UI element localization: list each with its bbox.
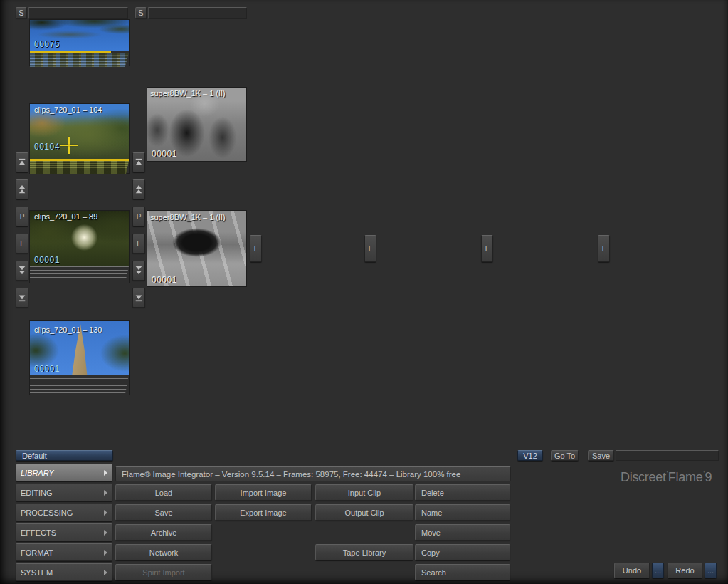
redo-button-label: Redo <box>675 566 694 575</box>
submenu-arrow-icon <box>104 570 107 575</box>
redo-options-button[interactable]: ... <box>705 563 717 578</box>
submenu-arrow-icon <box>104 530 107 536</box>
export-image-button-label: Export Image <box>240 509 286 517</box>
search-button[interactable]: Search <box>415 564 510 580</box>
source-button-1-label: S <box>19 9 23 17</box>
reel-l-button-3[interactable]: L <box>481 235 493 262</box>
page-up-icon <box>18 185 26 194</box>
logo-mark-icon: ' <box>703 470 704 476</box>
undo-button-label: Undo <box>623 566 641 575</box>
undo-button[interactable]: Undo <box>614 563 650 578</box>
network-button[interactable]: Network <box>115 544 212 560</box>
page-up-button-2[interactable] <box>132 179 145 199</box>
menu-item-format[interactable]: FORMAT <box>16 543 112 561</box>
save-library-button[interactable]: Save <box>115 504 212 521</box>
move-button[interactable]: Move <box>415 524 510 541</box>
menu-item-library-label: LIBRARY <box>21 469 54 477</box>
input-clip-button[interactable]: Input Clip <box>315 484 413 501</box>
reel-l-button-2[interactable]: L <box>364 235 376 262</box>
import-image-button[interactable]: Import Image <box>215 484 312 501</box>
copy-button[interactable]: Copy <box>415 544 510 560</box>
clip-6-frame-counter: 00001 <box>34 364 60 374</box>
delete-button[interactable]: Delete <box>415 484 510 501</box>
preset-dropdown-value: Default <box>22 452 47 460</box>
reel-l-button-4[interactable]: L <box>598 235 610 262</box>
clip-name-field-1[interactable] <box>28 7 128 19</box>
page-up-button-1[interactable] <box>16 179 28 199</box>
menu-item-processing-label: PROCESSING <box>21 509 73 517</box>
name-button-label: Name <box>421 509 442 517</box>
menu-item-format-label: FORMAT <box>21 548 53 557</box>
reel-l-button-2-label: L <box>369 245 373 253</box>
proxy-button-1-label: P <box>20 213 25 221</box>
goto-button-label: Go To <box>554 452 575 460</box>
archive-button[interactable]: Archive <box>115 524 212 541</box>
page-down-icon <box>134 266 143 275</box>
clip-thumbnail-5[interactable]: super8BW_1K – 1 (II) 00001 <box>147 210 247 287</box>
menu-item-editing[interactable]: EDITING <box>16 484 112 501</box>
preset-dropdown[interactable]: Default <box>16 450 113 461</box>
menu-item-editing-label: EDITING <box>21 489 53 497</box>
redo-options-label: ... <box>707 566 714 575</box>
output-clip-button[interactable]: Output Clip <box>315 504 413 521</box>
menu-item-library[interactable]: LIBRARY <box>16 464 112 481</box>
version-button[interactable]: V12 <box>517 450 543 461</box>
reel-l-button-3-label: L <box>485 245 490 253</box>
menu-item-processing[interactable]: PROCESSING <box>16 504 112 521</box>
delete-button-label: Delete <box>421 489 444 497</box>
page-down-icon <box>18 266 26 275</box>
save-setup-button[interactable]: Save <box>588 450 614 461</box>
reel-l-button-1[interactable]: L <box>250 235 262 262</box>
save-name-field[interactable] <box>616 450 719 461</box>
source-button-2[interactable]: S <box>135 7 147 19</box>
library-rail-button-2[interactable]: L <box>132 234 145 254</box>
source-button-1[interactable]: S <box>16 7 27 19</box>
redo-button[interactable]: Redo <box>668 563 702 578</box>
clip-3-frame-counter: 00001 <box>152 149 177 159</box>
undo-options-button[interactable]: ... <box>652 563 664 578</box>
page-down-button-1[interactable] <box>16 261 28 281</box>
scroll-to-top-button-1[interactable] <box>16 152 28 172</box>
scroll-to-top-button-2[interactable] <box>132 152 145 172</box>
page-down-button-2[interactable] <box>132 261 145 281</box>
submenu-arrow-icon <box>104 550 107 556</box>
source-button-2-label: S <box>138 9 143 17</box>
load-button[interactable]: Load <box>115 484 212 501</box>
name-button[interactable]: Name <box>415 504 510 521</box>
save-setup-button-label: Save <box>592 452 610 460</box>
clip-thumbnail-3[interactable]: super8BW_1K – 1 (II) 00001 <box>147 87 247 162</box>
logo-version: 9 <box>705 470 712 484</box>
scroll-to-top-icon <box>134 158 143 167</box>
goto-button[interactable]: Go To <box>551 450 579 461</box>
submenu-arrow-icon <box>104 510 107 516</box>
clip-thumbnail-2[interactable]: clips_720_01 – 104 00104 <box>29 103 130 174</box>
scroll-to-bottom-icon <box>134 293 143 302</box>
clip-1-frame-counter: 00075 <box>34 39 60 49</box>
reel-l-button-1-label: L <box>254 245 258 253</box>
clip-thumbnail-1[interactable]: 00075 <box>29 19 130 66</box>
library-rail-button-1[interactable]: L <box>16 234 28 254</box>
scroll-to-bottom-button-1[interactable] <box>16 288 28 308</box>
clip-4-frame-counter: 00001 <box>34 255 60 265</box>
proxy-button-2[interactable]: P <box>132 207 145 226</box>
clip-name-field-2[interactable] <box>148 7 247 19</box>
spirit-import-button: Spirit Import <box>115 564 212 580</box>
clip-thumbnail-6[interactable]: clips_720_01 – 130 00001 <box>29 320 130 395</box>
submenu-arrow-icon <box>104 490 107 496</box>
spirit-import-button-label: Spirit Import <box>142 568 184 577</box>
clip-thumbnail-4[interactable]: clips_720_01 – 89 00001 <box>29 210 130 283</box>
copy-button-label: Copy <box>421 548 440 557</box>
version-button-label: V12 <box>523 452 537 460</box>
clip-4-empty-frames <box>30 266 129 284</box>
tape-library-button[interactable]: Tape Library <box>315 544 413 560</box>
menu-item-effects[interactable]: EFFECTS <box>16 523 112 541</box>
proxy-button-1[interactable]: P <box>16 207 28 226</box>
discreet-flame-logo: Discreet'Flame'9 <box>621 470 712 485</box>
clip-2-garbled-frames <box>30 161 129 174</box>
scroll-to-bottom-button-2[interactable] <box>132 288 145 308</box>
logo-flame: Flame <box>668 470 703 484</box>
menu-item-system[interactable]: SYSTEM <box>16 563 112 581</box>
export-image-button[interactable]: Export Image <box>215 504 312 521</box>
crosshair-cursor-icon <box>60 137 78 154</box>
clip-5-frame-counter: 00001 <box>152 275 177 285</box>
